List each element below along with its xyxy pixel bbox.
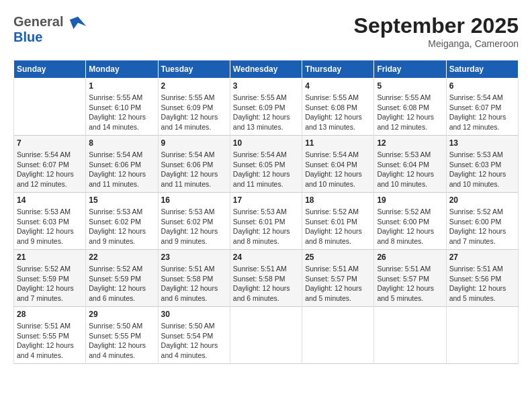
calendar-cell: 18Sunrise: 5:52 AM Sunset: 6:01 PM Dayli… <box>302 193 374 250</box>
day-number: 26 <box>377 253 443 262</box>
day-number: 20 <box>449 195 515 205</box>
day-number: 6 <box>449 81 515 91</box>
day-info: Sunrise: 5:54 AM Sunset: 6:05 PM Dayligh… <box>233 150 299 189</box>
day-info: Sunrise: 5:52 AM Sunset: 6:00 PM Dayligh… <box>449 207 515 246</box>
day-number: 14 <box>17 195 83 205</box>
logo-general: General <box>13 14 63 29</box>
calendar-cell: 5Sunrise: 5:55 AM Sunset: 6:08 PM Daylig… <box>374 79 446 136</box>
logo-text: General Blue <box>13 13 87 45</box>
calendar-cell: 9Sunrise: 5:54 AM Sunset: 6:06 PM Daylig… <box>158 136 230 193</box>
day-info: Sunrise: 5:51 AM Sunset: 5:55 PM Dayligh… <box>17 321 83 361</box>
calendar-cell: 2Sunrise: 5:55 AM Sunset: 6:09 PM Daylig… <box>158 79 230 136</box>
calendar-cell: 23Sunrise: 5:51 AM Sunset: 5:58 PM Dayli… <box>158 250 230 307</box>
day-number: 2 <box>161 81 227 91</box>
calendar-cell: 16Sunrise: 5:53 AM Sunset: 6:02 PM Dayli… <box>158 193 230 250</box>
day-number: 9 <box>161 138 227 148</box>
day-number: 17 <box>233 195 299 205</box>
day-number: 27 <box>449 253 515 262</box>
day-number: 25 <box>305 253 371 262</box>
day-number: 22 <box>89 253 154 262</box>
day-number: 19 <box>377 195 443 205</box>
day-info: Sunrise: 5:53 AM Sunset: 6:01 PM Dayligh… <box>233 207 299 246</box>
calendar-cell: 17Sunrise: 5:53 AM Sunset: 6:01 PM Dayli… <box>230 193 302 250</box>
calendar-header-row: SundayMondayTuesdayWednesdayThursdayFrid… <box>14 60 519 79</box>
calendar-table: SundayMondayTuesdayWednesdayThursdayFrid… <box>13 60 519 364</box>
day-number: 13 <box>449 138 515 148</box>
calendar-cell: 26Sunrise: 5:51 AM Sunset: 5:57 PM Dayli… <box>374 250 446 307</box>
day-info: Sunrise: 5:53 AM Sunset: 6:03 PM Dayligh… <box>17 207 83 246</box>
col-header-sunday: Sunday <box>14 60 86 79</box>
day-info: Sunrise: 5:53 AM Sunset: 6:02 PM Dayligh… <box>161 207 227 246</box>
day-info: Sunrise: 5:54 AM Sunset: 6:06 PM Dayligh… <box>89 150 154 189</box>
day-info: Sunrise: 5:51 AM Sunset: 5:58 PM Dayligh… <box>161 264 227 304</box>
calendar-cell: 13Sunrise: 5:53 AM Sunset: 6:03 PM Dayli… <box>446 136 518 193</box>
day-number: 7 <box>17 138 83 148</box>
day-info: Sunrise: 5:51 AM Sunset: 5:57 PM Dayligh… <box>305 264 371 304</box>
logo-bird-icon <box>69 13 87 32</box>
calendar-cell: 15Sunrise: 5:53 AM Sunset: 6:02 PM Dayli… <box>86 193 158 250</box>
day-info: Sunrise: 5:51 AM Sunset: 5:56 PM Dayligh… <box>449 264 515 304</box>
day-info: Sunrise: 5:55 AM Sunset: 6:09 PM Dayligh… <box>233 93 299 132</box>
day-number: 16 <box>161 195 227 205</box>
day-info: Sunrise: 5:55 AM Sunset: 6:10 PM Dayligh… <box>89 93 154 132</box>
calendar-cell: 27Sunrise: 5:51 AM Sunset: 5:56 PM Dayli… <box>446 250 518 307</box>
day-info: Sunrise: 5:55 AM Sunset: 6:09 PM Dayligh… <box>161 93 227 132</box>
day-number: 23 <box>161 253 227 262</box>
day-number: 1 <box>89 81 154 91</box>
calendar-cell: 25Sunrise: 5:51 AM Sunset: 5:57 PM Dayli… <box>302 250 374 307</box>
svg-marker-0 <box>70 17 86 30</box>
calendar-cell: 19Sunrise: 5:52 AM Sunset: 6:00 PM Dayli… <box>374 193 446 250</box>
calendar-cell: 20Sunrise: 5:52 AM Sunset: 6:00 PM Dayli… <box>446 193 518 250</box>
day-number: 18 <box>305 195 371 205</box>
col-header-monday: Monday <box>86 60 158 79</box>
calendar-cell: 29Sunrise: 5:50 AM Sunset: 5:55 PM Dayli… <box>86 307 158 364</box>
day-info: Sunrise: 5:50 AM Sunset: 5:54 PM Dayligh… <box>161 321 227 361</box>
day-info: Sunrise: 5:53 AM Sunset: 6:04 PM Dayligh… <box>377 150 443 189</box>
title-block: September 2025 Meiganga, Cameroon <box>354 13 519 49</box>
day-number: 12 <box>377 138 443 148</box>
calendar-cell: 21Sunrise: 5:52 AM Sunset: 5:59 PM Dayli… <box>14 250 86 307</box>
day-info: Sunrise: 5:54 AM Sunset: 6:06 PM Dayligh… <box>161 150 227 189</box>
day-number: 5 <box>377 81 443 91</box>
day-info: Sunrise: 5:51 AM Sunset: 5:57 PM Dayligh… <box>377 264 443 304</box>
week-row-5: 28Sunrise: 5:51 AM Sunset: 5:55 PM Dayli… <box>14 307 519 364</box>
day-info: Sunrise: 5:50 AM Sunset: 5:55 PM Dayligh… <box>89 321 154 361</box>
day-info: Sunrise: 5:54 AM Sunset: 6:07 PM Dayligh… <box>17 150 83 189</box>
week-row-1: 1Sunrise: 5:55 AM Sunset: 6:10 PM Daylig… <box>14 79 519 136</box>
week-row-4: 21Sunrise: 5:52 AM Sunset: 5:59 PM Dayli… <box>14 250 519 307</box>
calendar-cell: 1Sunrise: 5:55 AM Sunset: 6:10 PM Daylig… <box>86 79 158 136</box>
calendar-cell: 10Sunrise: 5:54 AM Sunset: 6:05 PM Dayli… <box>230 136 302 193</box>
day-number: 3 <box>233 81 299 91</box>
col-header-saturday: Saturday <box>446 60 518 79</box>
calendar-cell: 4Sunrise: 5:55 AM Sunset: 6:08 PM Daylig… <box>302 79 374 136</box>
calendar-cell <box>14 79 86 136</box>
week-row-2: 7Sunrise: 5:54 AM Sunset: 6:07 PM Daylig… <box>14 136 519 193</box>
day-info: Sunrise: 5:52 AM Sunset: 6:01 PM Dayligh… <box>305 207 371 246</box>
calendar-cell: 6Sunrise: 5:54 AM Sunset: 6:07 PM Daylig… <box>446 79 518 136</box>
day-info: Sunrise: 5:52 AM Sunset: 5:59 PM Dayligh… <box>17 264 83 304</box>
day-number: 29 <box>89 310 154 319</box>
day-number: 24 <box>233 253 299 262</box>
day-info: Sunrise: 5:52 AM Sunset: 5:59 PM Dayligh… <box>89 264 154 304</box>
calendar-cell: 28Sunrise: 5:51 AM Sunset: 5:55 PM Dayli… <box>14 307 86 364</box>
calendar-cell: 3Sunrise: 5:55 AM Sunset: 6:09 PM Daylig… <box>230 79 302 136</box>
day-number: 21 <box>17 253 83 262</box>
calendar-cell <box>446 307 518 364</box>
calendar-cell: 7Sunrise: 5:54 AM Sunset: 6:07 PM Daylig… <box>14 136 86 193</box>
calendar-cell: 14Sunrise: 5:53 AM Sunset: 6:03 PM Dayli… <box>14 193 86 250</box>
location-subtitle: Meiganga, Cameroon <box>354 38 519 49</box>
day-info: Sunrise: 5:54 AM Sunset: 6:04 PM Dayligh… <box>305 150 371 189</box>
col-header-friday: Friday <box>374 60 446 79</box>
calendar-cell: 8Sunrise: 5:54 AM Sunset: 6:06 PM Daylig… <box>86 136 158 193</box>
calendar-cell: 30Sunrise: 5:50 AM Sunset: 5:54 PM Dayli… <box>158 307 230 364</box>
calendar-cell: 12Sunrise: 5:53 AM Sunset: 6:04 PM Dayli… <box>374 136 446 193</box>
calendar-cell: 24Sunrise: 5:51 AM Sunset: 5:58 PM Dayli… <box>230 250 302 307</box>
calendar-cell <box>302 307 374 364</box>
col-header-tuesday: Tuesday <box>158 60 230 79</box>
calendar-cell <box>374 307 446 364</box>
calendar-cell <box>230 307 302 364</box>
day-info: Sunrise: 5:55 AM Sunset: 6:08 PM Dayligh… <box>377 93 443 132</box>
day-info: Sunrise: 5:51 AM Sunset: 5:58 PM Dayligh… <box>233 264 299 304</box>
page-header: General Blue September 2025 Meiganga, Ca… <box>13 13 519 49</box>
day-number: 10 <box>233 138 299 148</box>
